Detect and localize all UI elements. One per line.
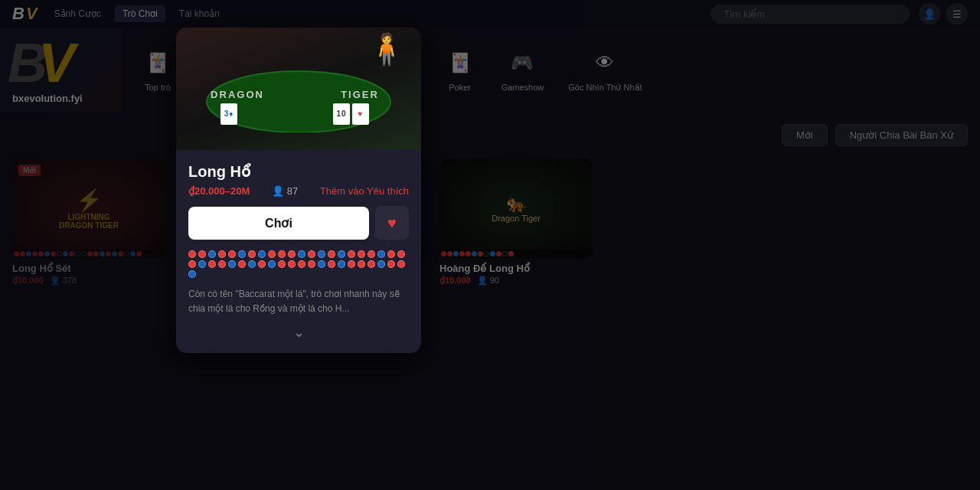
- popup-meta-row: ₫20.000–20M 👤 87 Thêm vào Yêu thích: [188, 185, 409, 197]
- svg-text:DRAGON: DRAGON: [211, 89, 264, 100]
- svg-text:TIGER: TIGER: [341, 89, 379, 100]
- chevron-down-icon: ⌄: [293, 324, 305, 341]
- popup-more-btn[interactable]: ⌄: [188, 324, 409, 341]
- popup-fav-label[interactable]: Thêm vào Yêu thích: [320, 185, 409, 197]
- popup-thumb: 🧍 DRAGON TIGER 3♦ 10 ♥: [176, 28, 421, 150]
- popup-price: ₫20.000–20M: [188, 185, 250, 197]
- popup-title: Long Hổ: [188, 162, 409, 181]
- svg-text:3♦: 3♦: [224, 109, 234, 118]
- svg-text:10: 10: [336, 109, 346, 118]
- game-popup: 🧍 DRAGON TIGER 3♦ 10 ♥: [176, 28, 421, 353]
- play-button[interactable]: Chơi: [188, 207, 369, 240]
- popup-actions: Chơi ♥: [188, 206, 409, 240]
- popup-overlay[interactable]: [0, 0, 980, 490]
- svg-text:♥: ♥: [358, 109, 364, 118]
- bead-road: [188, 250, 409, 278]
- favorite-button[interactable]: ♥: [375, 206, 409, 240]
- popup-body: Long Hổ ₫20.000–20M 👤 87 Thêm vào Yêu th…: [176, 150, 421, 353]
- popup-description: Còn có tên "Baccarat một lá", trò chơi n…: [188, 287, 409, 316]
- popup-players: 👤 87: [272, 185, 298, 197]
